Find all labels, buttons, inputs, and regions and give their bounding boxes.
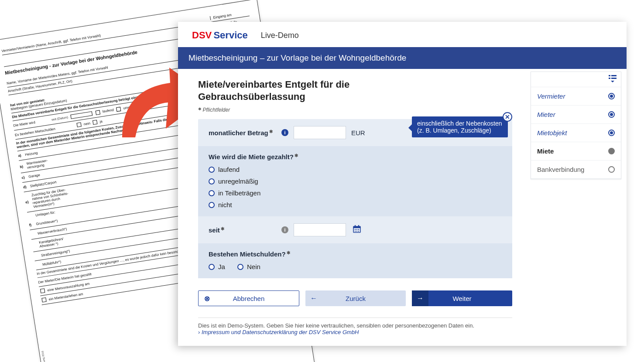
back-button[interactable]: ← Zurück — [305, 290, 406, 306]
tooltip-nebenkosten: einschließlich der Nebenkosten (z. B. Um… — [412, 116, 508, 137]
svg-rect-10 — [358, 229, 359, 230]
logo: DSV Service — [192, 30, 248, 41]
radio-icon — [209, 190, 215, 196]
radio-icon — [237, 264, 243, 270]
monthly-amount-input[interactable] — [294, 126, 346, 139]
radio-laufend[interactable]: laufend — [209, 165, 240, 174]
app-header: DSV Service Live-Demo — [178, 22, 627, 47]
step-todo-icon — [608, 166, 615, 173]
footer: Dies ist ein Demo-System. Geben Sie hier… — [198, 318, 512, 346]
step-mieter[interactable]: Mieter — [531, 106, 621, 124]
app-window: DSV Service Live-Demo Mietbescheinigung … — [178, 22, 627, 346]
row-since: seit✱ i — [198, 216, 512, 243]
step-mietobjekt[interactable]: Mietobjekt — [531, 124, 621, 142]
step-current-icon — [608, 148, 615, 154]
list-icon — [609, 75, 617, 82]
cancel-button[interactable]: ⊗ Abbrechen — [198, 290, 299, 306]
svg-rect-1 — [611, 75, 617, 76]
label-since: seit✱ — [209, 226, 276, 234]
svg-rect-0 — [609, 75, 610, 76]
radio-nicht[interactable]: nicht — [209, 200, 232, 209]
cancel-icon: ⊗ — [199, 294, 215, 303]
row-payment-mode: Wie wird die Miete gezahlt?✱ laufend unr… — [198, 146, 512, 216]
demo-label: Live-Demo — [261, 31, 299, 40]
label-arrears: Bestehen Mietschulden?✱ — [209, 250, 290, 258]
svg-rect-6 — [355, 225, 356, 227]
calendar-icon[interactable] — [353, 225, 361, 235]
svg-rect-8 — [355, 229, 356, 230]
demo-warning: Dies ist ein Demo-System. Geben Sie hier… — [198, 322, 512, 329]
label-monthly-amount: monatlicher Betrag✱ — [209, 129, 276, 137]
radio-arrears-yes[interactable]: Ja — [209, 262, 225, 271]
row-monthly-amount: monatlicher Betrag✱ i EUR einschließlich… — [198, 119, 512, 146]
label-payment-mode: Wie wird die Miete gezahlt?✱ — [209, 153, 298, 161]
step-done-icon — [608, 93, 615, 99]
info-icon[interactable]: i — [281, 129, 288, 136]
radio-arrears-no[interactable]: Nein — [237, 262, 260, 271]
radio-icon — [209, 264, 215, 270]
svg-rect-12 — [356, 231, 357, 232]
svg-rect-11 — [355, 231, 356, 232]
svg-rect-5 — [353, 226, 360, 228]
info-icon[interactable]: i — [281, 226, 288, 233]
svg-rect-3 — [611, 78, 617, 79]
section-title: Miete/vereinbartes Entgelt für die Gebra… — [198, 79, 512, 102]
radio-icon — [209, 167, 215, 173]
tooltip-close-icon[interactable]: ✕ — [503, 112, 512, 122]
step-navigation: Vermieter Mieter Mietobjekt Miete Bankve… — [531, 72, 621, 179]
since-date-input[interactable] — [294, 223, 346, 236]
next-button[interactable]: → Weiter — [412, 290, 512, 306]
step-done-icon — [608, 130, 615, 136]
svg-rect-9 — [356, 229, 357, 230]
svg-rect-2 — [609, 78, 610, 79]
step-vermieter[interactable]: Vermieter — [531, 87, 621, 106]
logo-part2: Service — [213, 30, 247, 41]
stepper-toggle[interactable] — [531, 72, 621, 87]
step-done-icon — [608, 111, 615, 118]
radio-unregelmaessig[interactable]: unregelmäßig — [209, 177, 258, 186]
radio-teilbetraege[interactable]: in Teilbeträgen — [209, 188, 260, 198]
imprint-link[interactable]: Impressum und Datenschutzerklärung der D… — [198, 329, 359, 335]
radio-icon — [209, 178, 215, 184]
svg-rect-7 — [358, 225, 359, 227]
mandatory-fields-hint: Pflichtfelder — [198, 107, 512, 113]
svg-rect-13 — [358, 231, 359, 232]
logo-part1: DSV — [192, 30, 212, 41]
form-panel: monatlicher Betrag✱ i EUR einschließlich… — [198, 119, 512, 278]
radio-icon — [209, 202, 215, 208]
arrow-left-icon: ← — [305, 294, 322, 302]
arrow-right-icon: → — [412, 290, 428, 306]
button-bar: ⊗ Abbrechen ← Zurück → Weiter — [198, 290, 512, 306]
step-miete[interactable]: Miete — [531, 142, 621, 161]
row-arrears: Bestehen Mietschulden?✱ Ja Nein — [198, 243, 512, 278]
page-title-bar: Mietbescheinigung – zur Vorlage bei der … — [178, 47, 627, 69]
currency-unit: EUR — [351, 129, 365, 137]
step-bankverbindung[interactable]: Bankverbindung — [531, 161, 621, 179]
